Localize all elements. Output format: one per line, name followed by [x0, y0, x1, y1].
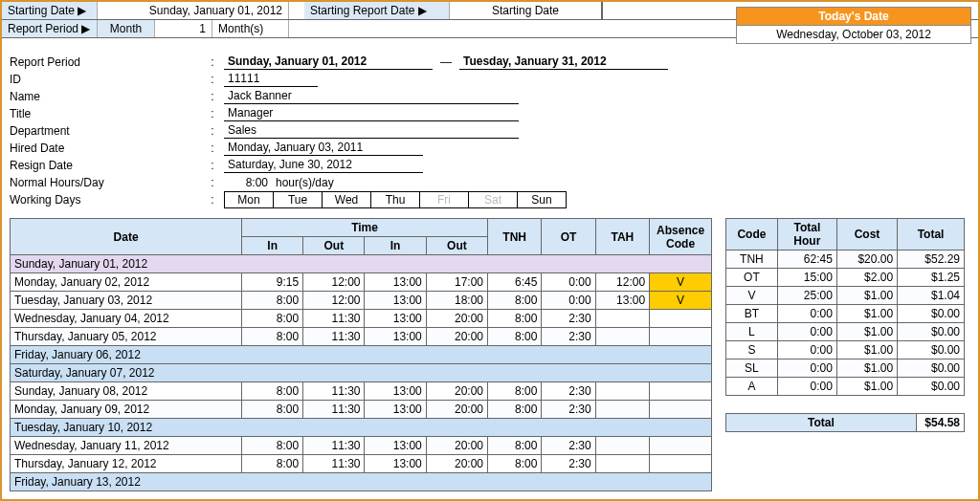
value-cell[interactable]: 8:00	[242, 437, 303, 455]
value-cell: 8:00	[488, 455, 542, 473]
value-cell[interactable]: 13:00	[365, 292, 426, 310]
value-cell[interactable]: 11:30	[303, 328, 365, 346]
resign-label: Resign Date	[10, 159, 201, 172]
col-in2: In	[365, 237, 426, 255]
value-cell: 2:30	[542, 401, 595, 419]
table-row[interactable]: Wednesday, January 11, 20128:0011:3013:0…	[11, 437, 712, 455]
value-cell[interactable]: 8:00	[242, 382, 303, 401]
value-cell[interactable]: 11:30	[303, 437, 365, 455]
starting-report-date-label: Starting Report Date ▶	[304, 2, 450, 19]
value-cell[interactable]: 13:00	[365, 455, 426, 473]
col-time: Time	[242, 219, 488, 237]
value-cell[interactable]: 20:00	[426, 382, 487, 401]
date-cell: Wednesday, January 11, 2012	[11, 437, 242, 455]
table-row[interactable]: Friday, January 13, 2012	[11, 473, 712, 491]
value-cell[interactable]: 11:30	[303, 382, 365, 401]
table-row[interactable]: Tuesday, January 03, 20128:0012:0013:001…	[11, 292, 712, 310]
day-fri[interactable]: Fri	[419, 191, 469, 208]
value-cell[interactable]: 13:00	[365, 382, 426, 401]
today-label: Today's Date	[736, 7, 971, 25]
sum-col-total: Total	[898, 219, 965, 250]
value-cell: 13:00	[595, 292, 649, 310]
hired-value[interactable]: Monday, January 03, 2011	[224, 141, 423, 156]
value-cell: 8:00	[488, 437, 542, 455]
summary-row: A0:00$1.00$0.00	[726, 378, 965, 396]
summary-cell: $0.00	[898, 305, 965, 323]
table-row[interactable]: Friday, January 06, 2012	[11, 346, 712, 364]
table-row[interactable]: Monday, January 09, 20128:0011:3013:0020…	[11, 401, 712, 419]
day-thu[interactable]: Thu	[370, 191, 420, 208]
value-cell: 2:30	[542, 382, 595, 401]
value-cell[interactable]: 20:00	[426, 437, 487, 455]
summary-cell: 62:45	[777, 250, 836, 269]
day-tue[interactable]: Tue	[273, 191, 323, 208]
value-cell[interactable]: 20:00	[426, 328, 487, 346]
summary-cell: TNH	[726, 250, 778, 269]
summary-cell: $1.00	[836, 359, 897, 378]
rp-label: Report Period	[10, 55, 201, 69]
table-row[interactable]: Thursday, January 12, 20128:0011:3013:00…	[11, 455, 712, 473]
value-cell[interactable]: 9:15	[242, 273, 303, 292]
summary-cell: $0.00	[898, 378, 965, 396]
summary-cell: $20.00	[836, 250, 897, 269]
table-row[interactable]: Tuesday, January 10, 2012	[11, 419, 712, 437]
value-cell[interactable]: 11:30	[303, 455, 365, 473]
value-cell[interactable]: 20:00	[426, 401, 487, 419]
summary-cell: 0:00	[777, 378, 836, 396]
value-cell[interactable]: 11:30	[303, 310, 365, 328]
table-row[interactable]: Thursday, January 05, 20128:0011:3013:00…	[11, 328, 712, 346]
today-box: Today's Date Wednesday, October 03, 2012	[736, 7, 971, 44]
value-cell[interactable]: 13:00	[365, 328, 426, 346]
summary-row: S0:00$1.00$0.00	[726, 341, 965, 359]
value-cell: 8:00	[488, 382, 542, 401]
value-cell[interactable]: 13:00	[365, 310, 426, 328]
value-cell	[595, 382, 649, 401]
nhd-unit: hour(s)/day	[272, 176, 338, 189]
value-cell[interactable]: 8:00	[242, 310, 303, 328]
id-label: ID	[10, 73, 201, 86]
value-cell[interactable]: 20:00	[426, 455, 487, 473]
value-cell[interactable]: 8:00	[242, 401, 303, 419]
starting-report-date-value[interactable]: Starting Date	[450, 2, 603, 19]
col-tah: TAH	[595, 219, 649, 255]
grand-total: Total $54.58	[725, 413, 965, 432]
table-row[interactable]: Sunday, January 08, 20128:0011:3013:0020…	[11, 382, 712, 401]
summary-cell: 0:00	[777, 305, 836, 323]
title-value[interactable]: Manager	[224, 106, 519, 121]
value-cell[interactable]: 13:00	[365, 401, 426, 419]
day-mon[interactable]: Mon	[224, 191, 274, 208]
table-row[interactable]: Wednesday, January 04, 20128:0011:3013:0…	[11, 310, 712, 328]
day-sun[interactable]: Sun	[517, 191, 567, 208]
value-cell[interactable]: 8:00	[242, 328, 303, 346]
table-row[interactable]: Saturday, January 07, 2012	[11, 364, 712, 382]
summary-cell: SL	[726, 359, 778, 378]
value-cell[interactable]: 18:00	[426, 292, 487, 310]
value-cell[interactable]: 8:00	[242, 455, 303, 473]
value-cell[interactable]: 12:00	[303, 273, 365, 292]
day-wed[interactable]: Wed	[322, 191, 371, 208]
hired-label: Hired Date	[10, 142, 201, 155]
id-value[interactable]: 11111	[224, 72, 318, 87]
table-row[interactable]: Sunday, January 01, 2012	[11, 255, 712, 273]
value-cell[interactable]: 8:00	[242, 292, 303, 310]
table-row[interactable]: Monday, January 02, 20129:1512:0013:0017…	[11, 273, 712, 292]
report-period-type[interactable]: Month	[98, 20, 155, 37]
value-cell[interactable]: 20:00	[426, 310, 487, 328]
value-cell[interactable]: 17:00	[426, 273, 487, 292]
col-out2: Out	[426, 237, 487, 255]
dept-value[interactable]: Sales	[224, 123, 519, 139]
report-period-n[interactable]: 1	[155, 20, 212, 37]
starting-date-value[interactable]: Sunday, January 01, 2012	[98, 2, 289, 19]
rp-to: Tuesday, January 31, 2012	[459, 54, 668, 70]
nhd-value[interactable]: 8:00	[224, 176, 272, 189]
value-cell[interactable]: 11:30	[303, 401, 365, 419]
value-cell[interactable]: 12:00	[303, 292, 365, 310]
resign-value[interactable]: Saturday, June 30, 2012	[224, 158, 423, 173]
day-sat[interactable]: Sat	[468, 191, 518, 208]
summary-cell: $0.00	[898, 341, 965, 359]
summary-row: SL0:00$1.00$0.00	[726, 359, 965, 378]
name-value[interactable]: Jack Banner	[224, 89, 519, 104]
value-cell[interactable]: 13:00	[365, 437, 426, 455]
value-cell[interactable]: 13:00	[365, 273, 426, 292]
value-cell	[650, 455, 712, 473]
